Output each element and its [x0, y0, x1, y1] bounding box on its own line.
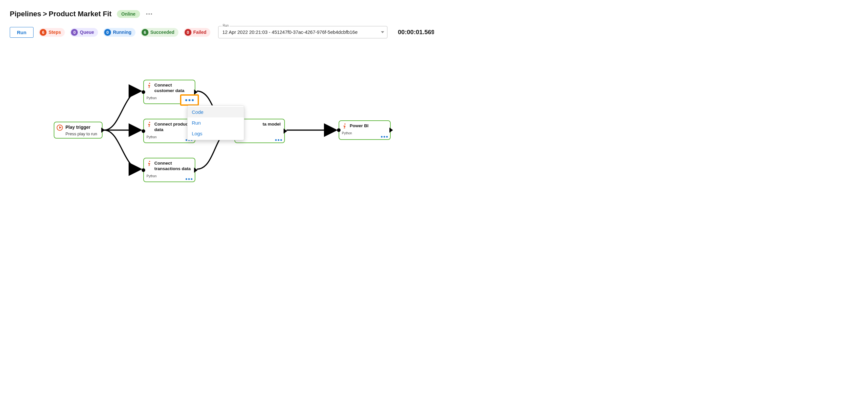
node-more-icon[interactable]: [275, 139, 282, 141]
run-button[interactable]: Run: [10, 27, 34, 38]
chip-steps-count: 6: [40, 29, 46, 36]
header-more-icon[interactable]: [145, 10, 153, 18]
port-out[interactable]: [194, 168, 198, 173]
node-more-icon-highlighted[interactable]: [180, 94, 199, 106]
port-out[interactable]: [390, 128, 393, 133]
python-step-icon: [146, 121, 152, 128]
chip-failed-count: 0: [185, 29, 191, 36]
chip-running-label: Running: [113, 30, 131, 35]
chip-succeeded-label: Succeeded: [150, 30, 175, 35]
chip-queue[interactable]: 0 Queue: [70, 28, 98, 37]
menu-item-run[interactable]: Run: [188, 117, 244, 128]
port-in[interactable]: [337, 129, 341, 132]
node-language: Python: [147, 135, 192, 139]
run-select-value: 12 Apr 2022 20:21:03 - 451247f0-37ac-426…: [222, 30, 358, 35]
node-title-partial: ta model: [239, 121, 282, 127]
node-play-trigger[interactable]: Play trigger Press play to run: [54, 121, 102, 139]
node-language: Python: [342, 131, 388, 135]
node-title: Connect transactions data: [154, 161, 192, 172]
python-step-icon: [342, 123, 347, 129]
breadcrumb-current[interactable]: Product Market Fit: [49, 10, 111, 18]
node-power-bi[interactable]: Power BI Python: [339, 120, 391, 140]
breadcrumb-root[interactable]: Pipelines: [10, 10, 41, 18]
port-in[interactable]: [142, 129, 145, 133]
svg-point-0: [149, 83, 150, 84]
chip-steps[interactable]: 6 Steps: [39, 28, 65, 37]
svg-point-3: [344, 124, 345, 125]
chevron-down-icon: [381, 31, 384, 33]
node-subtitle: Press play to run: [65, 131, 99, 137]
node-connect-transactions-data[interactable]: Connect transactions data Python: [143, 158, 195, 182]
node-title: Connect product data: [154, 121, 192, 133]
menu-item-code[interactable]: Code: [188, 107, 244, 117]
breadcrumb: Pipelines > Product Market Fit: [10, 10, 112, 18]
port-in[interactable]: [142, 90, 145, 94]
svg-point-1: [149, 122, 150, 123]
chip-steps-label: Steps: [49, 30, 61, 35]
port-out[interactable]: [101, 128, 105, 133]
breadcrumb-sep: >: [43, 10, 47, 18]
chip-queue-count: 0: [71, 29, 78, 36]
python-step-icon: [146, 161, 152, 167]
port-out[interactable]: [284, 129, 287, 134]
svg-point-2: [149, 161, 150, 162]
chip-running-count: 0: [104, 29, 111, 36]
node-language: Python: [147, 174, 192, 178]
chip-failed[interactable]: 0 Failed: [184, 28, 210, 37]
node-more-icon[interactable]: [186, 178, 192, 180]
node-title: Connect customer data: [154, 82, 192, 94]
play-icon: [57, 125, 63, 131]
node-title: Play trigger: [65, 125, 99, 131]
run-select[interactable]: Run 12 Apr 2022 20:21:03 - 451247f0-37ac…: [218, 26, 388, 38]
status-badge: Online: [117, 10, 140, 18]
port-in[interactable]: [142, 168, 145, 172]
chip-succeeded-count: 6: [142, 29, 149, 36]
chip-succeeded[interactable]: 6 Succeeded: [141, 28, 179, 37]
node-context-menu: Code Run Logs: [187, 105, 244, 140]
chip-queue-label: Queue: [80, 30, 94, 35]
node-title: Power BI: [350, 123, 388, 129]
python-step-icon: [146, 82, 152, 89]
chip-running[interactable]: 0 Running: [103, 28, 135, 37]
menu-item-logs[interactable]: Logs: [188, 128, 244, 139]
port-out[interactable]: [194, 90, 198, 95]
chip-failed-label: Failed: [193, 30, 207, 35]
run-select-legend: Run: [222, 24, 229, 27]
run-duration: 00:00:01.569: [398, 29, 434, 36]
node-more-icon[interactable]: [381, 136, 388, 138]
